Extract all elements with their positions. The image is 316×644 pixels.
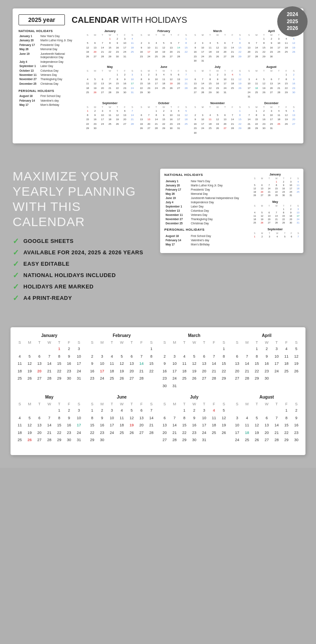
list-item: December 25Christmas Day [164, 221, 244, 225]
list-item: August 18First School Day [19, 94, 80, 98]
month-may: May SMTWTFS 123 45678910 11121314151617 … [84, 65, 136, 99]
preview-national-table: January 1New Year's Day January 20Martin… [164, 179, 244, 225]
feature-label: HOLIDAYS ARE MARKED [24, 283, 94, 290]
list-item: November 11Veterans Day [164, 213, 244, 217]
month-june: June SMTWTFS 1234567 891011121314 151617… [138, 65, 190, 99]
bottom-june: June SMTWTFS 1234567 891011121314 151617… [87, 395, 156, 444]
check-icon: ✓ [13, 272, 19, 279]
section2-marketing: MAXIMIZE YOUR YEARLY PLANNING WITH THIS … [0, 156, 316, 319]
list-item: June 19Juneteenth National Independence … [164, 196, 244, 200]
feature-label: A4 PRINT-READY [24, 295, 72, 301]
list-item: July 4Independence Day [164, 200, 244, 204]
card-body: NATIONAL HOLIDAYS January 1New Year's Da… [19, 30, 297, 137]
list-item: February 17Presidents' Day [19, 43, 80, 47]
list-item: December 25Christmas Day [19, 82, 80, 86]
calendar-row-2: May SMTWTFS 123 45678910 11121314151617 … [84, 65, 297, 99]
bottom-row-2: May SMTWTFS 123 45678910 11121314151617 … [15, 395, 301, 444]
bottom-may: May SMTWTFS 123 45678910 11121314151617 … [15, 395, 84, 444]
preview-personal-table: August 18First School Day February 14Val… [164, 234, 244, 246]
feature-label: AVAILABLE FOR 2024, 2025 & 2026 YEARS [24, 249, 143, 256]
bottom-march: March SMTWTFS 1 2345678 9101112131415 16… [160, 333, 229, 390]
list-item: May 26Memorial Day [164, 191, 244, 196]
list-item: February 17Presidents' Day [164, 187, 244, 191]
bottom-january: January SMTWTFS 123 45678910 11121314151… [15, 333, 84, 390]
feature-list: ✓ GOOGLE SHEETS ✓ AVAILABLE FOR 2024, 20… [13, 238, 152, 302]
list-item: ✓ EASY EDITABLE [13, 261, 152, 268]
month-july: July SMTWTFS 12345 6789101112 1314151617… [192, 65, 244, 99]
marketing-text: MAXIMIZE YOUR YEARLY PLANNING WITH THIS … [13, 169, 152, 306]
marketing-title: MAXIMIZE YOUR YEARLY PLANNING WITH THIS … [13, 169, 152, 229]
check-icon: ✓ [13, 260, 19, 268]
card-header: 2025 year CALENDAR WITH HOLIDAYS [19, 14, 297, 25]
list-item: November 11Veterans Day [19, 73, 80, 77]
national-holidays-table: January 1New Year's Day January 20Martin… [19, 34, 80, 86]
preview-content: NATIONAL HOLIDAYS January 1New Year's Da… [164, 173, 299, 249]
list-item: February 14Valentine's day [164, 238, 244, 242]
month-december: December SMTWTFS 123456 78910111213 1415… [245, 102, 297, 135]
list-item: July 4Independence Day [19, 60, 80, 64]
national-holidays-label: NATIONAL HOLIDAYS [19, 30, 80, 32]
calendar-grid: January SMTWTFS 1234 567891011 121314151… [84, 30, 297, 137]
preview-may-cal: May SMTWTFS 123 45678910 11121314151617 … [251, 200, 299, 224]
list-item: January 1New Year's Day [19, 34, 80, 38]
check-icon: ✓ [13, 249, 19, 256]
bottom-row-1: January SMTWTFS 123 45678910 11121314151… [15, 333, 301, 390]
list-item: ✓ AVAILABLE FOR 2024, 2025 & 2026 YEARS [13, 249, 152, 256]
preview-mini-cals: January SMTWTFS 1234 567891011 121314151… [244, 173, 299, 249]
list-item: February 14Valentine's day [19, 99, 80, 103]
list-item: ✓ A4 PRINT-READY [13, 295, 152, 302]
section1-calendar-preview: 2024 2025 2026 2025 year CALENDAR WITH H… [0, 0, 316, 156]
month-january: January SMTWTFS 1234 567891011 121314151… [84, 30, 136, 63]
preview-card: NATIONAL HOLIDAYS January 1New Year's Da… [160, 169, 303, 253]
card-title: CALENDAR WITH HOLIDAYS [72, 15, 187, 25]
list-item: October 13Columbus Day [19, 69, 80, 73]
list-item: November 27Thanksgiving Day [164, 217, 244, 221]
preview-sep-cal: September SMTWTFS 1234567 [251, 228, 299, 238]
check-icon: ✓ [13, 283, 19, 291]
list-item: August 18First School Day [164, 234, 244, 238]
bottom-february: February SMTWTFS 1 2345678 9101112131415… [87, 333, 156, 390]
month-november: November SMTWTFS 1 2345678 9101112131415… [192, 102, 244, 135]
month-february: February SMTWTFS 1 2345678 9101112131415… [138, 30, 190, 63]
personal-holidays-table: August 18First School Day February 14Val… [19, 94, 80, 107]
calendar-card: 2025 year CALENDAR WITH HOLIDAYS NATIONA… [13, 8, 303, 143]
list-item: January 20Martin Luther King Jr. Day [19, 38, 80, 43]
preview-left: NATIONAL HOLIDAYS January 1New Year's Da… [164, 173, 244, 249]
list-item: January 1New Year's Day [164, 179, 244, 183]
list-item: ✓ NATIONAL HOLIDAYS INCLUDED [13, 272, 152, 279]
bottom-cal-card: January SMTWTFS 123 45678910 11121314151… [11, 327, 305, 455]
preview-national-holidays-label: NATIONAL HOLIDAYS [164, 173, 244, 177]
feature-label: NATIONAL HOLIDAYS INCLUDED [24, 272, 116, 278]
holidays-sidebar: NATIONAL HOLIDAYS January 1New Year's Da… [19, 30, 80, 137]
year-label: 2025 year [19, 14, 65, 25]
feature-label: EASY EDITABLE [24, 261, 70, 267]
month-march: March SMTWTFS 1 2345678 9101112131415 16… [192, 30, 244, 63]
bottom-april: April SMTWTFS 12345 6789101112 131415161… [232, 333, 301, 390]
list-item: May 17Mom's Birthday [164, 242, 244, 246]
month-august: August SMTWTFS 12 3456789 10111213141516… [245, 65, 297, 99]
calendar-row-3: September SMTWTFS 1234567 891011121314 1… [84, 102, 297, 135]
month-october: October SMTWTFS 12345 6789101112 1313141… [138, 102, 190, 135]
list-item: ✓ HOLIDAYS ARE MARKED [13, 283, 152, 291]
list-item: May 17Mom's Birthday [19, 103, 80, 107]
personal-holidays-label: PERSONAL HOLIDAYS [19, 89, 80, 92]
list-item: October 13Columbus Day [164, 208, 244, 213]
section3-bottom-calendar: January SMTWTFS 123 45678910 11121314151… [0, 319, 316, 468]
list-item: September 1Labor Day [164, 204, 244, 208]
list-item: June 19Juneteenth National Independence … [19, 52, 80, 60]
list-item: ✓ GOOGLE SHEETS [13, 238, 152, 245]
calendar-row-1: January SMTWTFS 1234 567891011 121314151… [84, 30, 297, 63]
bottom-august: August SMTWTFS 12 3456789 10111213141516… [232, 395, 301, 444]
list-item: September 1Labor Day [19, 64, 80, 68]
list-item: May 26Memorial Day [19, 47, 80, 51]
feature-label: GOOGLE SHEETS [24, 238, 74, 244]
list-item: November 27Thanksgiving Day [19, 77, 80, 81]
check-icon: ✓ [13, 294, 19, 302]
list-item: January 20Martin Luther King Jr. Day [164, 183, 244, 187]
preview-personal-holidays-label: PERSONAL HOLIDAYS [164, 228, 244, 232]
month-september: September SMTWTFS 1234567 891011121314 1… [84, 102, 136, 135]
bottom-july: July SMTWTFS 12345 6789101112 1314151617… [160, 395, 229, 444]
preview-jan-cal: January SMTWTFS 1234 567891011 121314151… [251, 173, 299, 197]
check-icon: ✓ [13, 237, 19, 245]
year-badge: 2024 2025 2026 [277, 6, 308, 37]
